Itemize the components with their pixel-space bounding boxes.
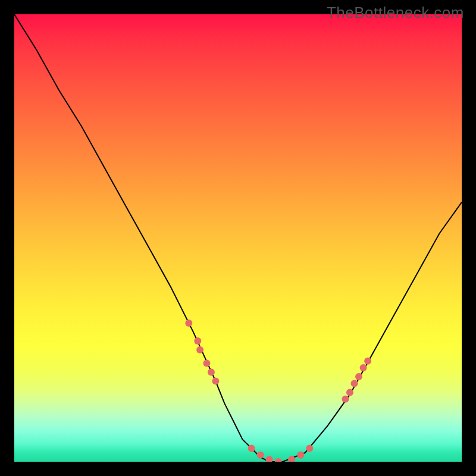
curve-marker	[297, 452, 304, 459]
curve-marker	[194, 337, 201, 345]
curve-markers	[185, 320, 371, 462]
chart-svg	[14, 14, 462, 462]
chart-frame: TheBottleneck.com	[0, 0, 476, 476]
plot-area	[14, 14, 462, 462]
curve-marker	[203, 360, 210, 367]
curve-marker	[196, 346, 203, 353]
curve-marker	[248, 444, 255, 452]
curve-marker	[360, 364, 367, 371]
watermark-text: TheBottleneck.com	[327, 4, 464, 22]
curve-marker	[351, 380, 358, 387]
curve-marker	[355, 373, 362, 380]
curve-marker	[306, 444, 313, 452]
curve-marker	[275, 458, 282, 462]
curve-marker	[185, 320, 192, 327]
curve-marker	[208, 369, 215, 376]
curve-marker	[342, 396, 349, 403]
curve-marker	[346, 389, 353, 396]
curve-marker	[212, 378, 219, 385]
bottleneck-curve	[14, 14, 462, 462]
curve-marker	[266, 456, 273, 462]
curve-marker	[257, 452, 264, 459]
curve-marker	[364, 358, 371, 365]
